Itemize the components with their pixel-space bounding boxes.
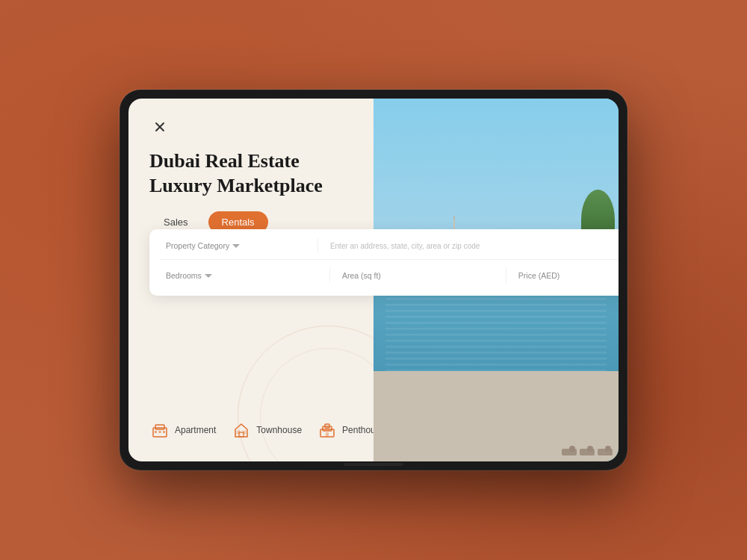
penthouse-icon — [317, 420, 338, 441]
svg-rect-9 — [323, 426, 332, 431]
property-category-field[interactable]: Property Category — [160, 238, 318, 253]
category-list: Apartment Townhouse — [149, 420, 374, 441]
svg-rect-2 — [155, 431, 157, 433]
category-apartment-label: Apartment — [175, 425, 216, 435]
price-field[interactable]: Price (AED) — [512, 268, 619, 283]
apartment-icon — [149, 420, 170, 441]
svg-rect-11 — [326, 432, 329, 437]
address-placeholder: Enter an address, state, city, area or z… — [330, 242, 480, 250]
main-headline: Dubai Real Estate Luxury Marketplace — [149, 149, 353, 198]
bedrooms-field[interactable]: Bedrooms — [160, 268, 330, 283]
area-label: Area (sq ft) — [342, 271, 381, 280]
price-label: Price (AED) — [518, 271, 560, 280]
bedrooms-label: Bedrooms — [166, 271, 202, 280]
area-field[interactable]: Area (sq ft) — [336, 268, 506, 283]
tablet-frame: Dubai Real Estate Luxury Marketplace Sal… — [120, 90, 627, 470]
category-penthouse[interactable]: Penthouse — [317, 420, 374, 441]
tablet-screen: Dubai Real Estate Luxury Marketplace Sal… — [128, 99, 619, 461]
svg-rect-6 — [237, 431, 240, 434]
townhouse-icon — [231, 420, 252, 441]
search-box: Property Category Enter an address, stat… — [149, 229, 619, 296]
svg-rect-1 — [155, 425, 164, 429]
svg-rect-4 — [163, 431, 165, 433]
svg-rect-3 — [159, 431, 161, 433]
property-category-chevron — [232, 244, 240, 248]
address-field[interactable]: Enter an address, state, city, area or z… — [324, 239, 619, 253]
property-category-label: Property Category — [166, 241, 229, 250]
category-townhouse-label: Townhouse — [256, 425, 302, 435]
close-button[interactable] — [149, 116, 170, 137]
category-townhouse[interactable]: Townhouse — [231, 420, 302, 441]
svg-rect-7 — [243, 431, 246, 434]
category-apartment[interactable]: Apartment — [149, 420, 216, 441]
category-penthouse-label: Penthouse — [342, 425, 374, 435]
bedrooms-chevron — [205, 274, 212, 278]
home-indicator — [344, 463, 403, 466]
